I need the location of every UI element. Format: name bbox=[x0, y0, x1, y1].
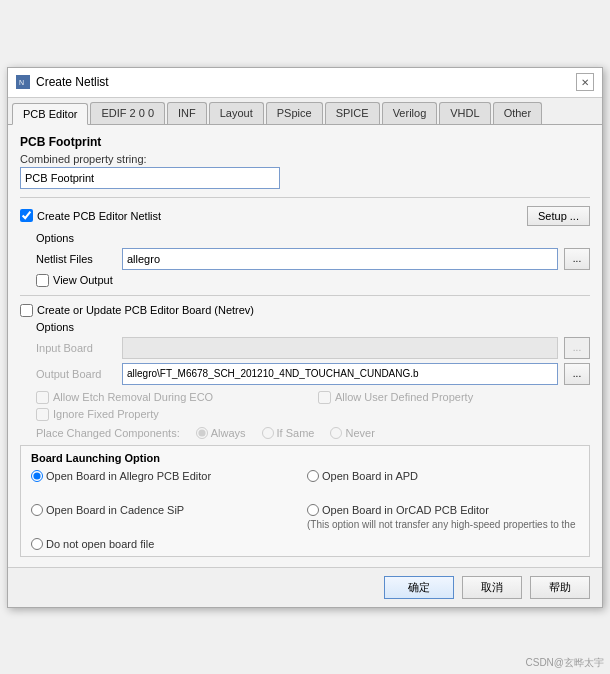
pcb-footprint-title: PCB Footprint bbox=[20, 135, 590, 149]
close-button[interactable]: ✕ bbox=[576, 73, 594, 91]
radio-always-label: Always bbox=[196, 427, 246, 439]
watermark: CSDN@玄晔太宇 bbox=[526, 656, 605, 670]
netlist-files-label: Netlist Files bbox=[36, 253, 116, 265]
tab-vhdl[interactable]: VHDL bbox=[439, 102, 490, 124]
radio-no-open-text: Do not open board file bbox=[46, 538, 154, 550]
ignore-fixed-label: Ignore Fixed Property bbox=[53, 408, 159, 420]
tab-pcb-editor[interactable]: PCB Editor bbox=[12, 103, 88, 125]
orcad-note: (This option will not transfer any high-… bbox=[307, 518, 579, 531]
radio-never bbox=[330, 427, 342, 439]
tab-spice[interactable]: SPICE bbox=[325, 102, 380, 124]
radio-apd-label[interactable]: Open Board in APD bbox=[307, 470, 579, 482]
radio-no-open-label[interactable]: Do not open board file bbox=[31, 538, 303, 550]
title-bar: N Create Netlist ✕ bbox=[8, 68, 602, 98]
create-update-checkbox-label[interactable]: Create or Update PCB Editor Board (Netre… bbox=[20, 304, 590, 317]
allow-user-checkbox bbox=[318, 391, 331, 404]
input-board-label: Input Board bbox=[36, 342, 116, 354]
output-board-browse-button[interactable]: ... bbox=[564, 363, 590, 385]
create-update-label: Create or Update PCB Editor Board (Netre… bbox=[37, 304, 254, 316]
allow-user-checkbox-label: Allow User Defined Property bbox=[318, 391, 590, 404]
tab-content: PCB Footprint Combined property string: … bbox=[8, 125, 602, 567]
dialog-icon: N bbox=[16, 75, 30, 89]
view-output-label: View Output bbox=[53, 274, 113, 286]
allow-user-label: Allow User Defined Property bbox=[335, 391, 473, 403]
svg-text:N: N bbox=[19, 79, 24, 86]
create-netlist-checkbox[interactable] bbox=[20, 209, 33, 222]
netlist-files-input[interactable] bbox=[122, 248, 558, 270]
allow-etch-checkbox bbox=[36, 391, 49, 404]
tab-other[interactable]: Other bbox=[493, 102, 543, 124]
dialog-title: Create Netlist bbox=[36, 75, 109, 89]
radio-never-text: Never bbox=[345, 427, 374, 439]
input-board-input bbox=[122, 337, 558, 359]
options-label: Options bbox=[36, 232, 590, 244]
view-output-checkbox-label[interactable]: View Output bbox=[36, 274, 590, 287]
board-options-label: Options bbox=[36, 321, 590, 333]
netlist-files-browse-button[interactable]: ... bbox=[564, 248, 590, 270]
ignore-fixed-checkbox bbox=[36, 408, 49, 421]
radio-apd[interactable] bbox=[307, 470, 319, 482]
options-section: Options Netlist Files ... View Output bbox=[36, 232, 590, 287]
tab-layout[interactable]: Layout bbox=[209, 102, 264, 124]
radio-orcad[interactable] bbox=[307, 504, 319, 516]
options-checkboxes: Allow Etch Removal During ECO Allow User… bbox=[36, 391, 590, 421]
radio-allegro-label[interactable]: Open Board in Allegro PCB Editor bbox=[31, 470, 303, 482]
setup-button[interactable]: Setup ... bbox=[527, 206, 590, 226]
allow-etch-label: Allow Etch Removal During ECO bbox=[53, 391, 213, 403]
tab-bar: PCB Editor EDIF 2 0 0 INF Layout PSpice … bbox=[8, 98, 602, 125]
radio-ifsame-label: If Same bbox=[262, 427, 315, 439]
radio-apd-text: Open Board in APD bbox=[322, 470, 418, 482]
tab-edif200[interactable]: EDIF 2 0 0 bbox=[90, 102, 165, 124]
create-update-checkbox[interactable] bbox=[20, 304, 33, 317]
tab-verilog[interactable]: Verilog bbox=[382, 102, 438, 124]
board-options-section: Options Input Board ... Output Board ...… bbox=[36, 321, 590, 439]
radio-always-text: Always bbox=[211, 427, 246, 439]
ok-button[interactable]: 确定 bbox=[384, 576, 454, 599]
board-col-left: Open Board in Allegro PCB Editor Open Bo… bbox=[31, 470, 303, 550]
create-netlist-dialog: N Create Netlist ✕ PCB Editor EDIF 2 0 0… bbox=[7, 67, 603, 608]
view-output-checkbox[interactable] bbox=[36, 274, 49, 287]
radio-never-label: Never bbox=[330, 427, 374, 439]
bottom-bar: 确定 取消 帮助 bbox=[8, 567, 602, 607]
cancel-button[interactable]: 取消 bbox=[462, 576, 522, 599]
tab-pspice[interactable]: PSpice bbox=[266, 102, 323, 124]
board-launching-title: Board Launching Option bbox=[31, 452, 579, 464]
radio-cadence-sip[interactable] bbox=[31, 504, 43, 516]
tab-inf[interactable]: INF bbox=[167, 102, 207, 124]
output-board-label: Output Board bbox=[36, 368, 116, 380]
radio-ifsame-text: If Same bbox=[277, 427, 315, 439]
place-changed-label: Place Changed Components: bbox=[36, 427, 180, 439]
radio-no-open[interactable] bbox=[31, 538, 43, 550]
help-button[interactable]: 帮助 bbox=[530, 576, 590, 599]
create-netlist-checkbox-label[interactable]: Create PCB Editor Netlist bbox=[20, 209, 161, 222]
place-changed-row: Place Changed Components: Always If Same… bbox=[36, 427, 590, 439]
combined-property-input[interactable] bbox=[20, 167, 280, 189]
radio-allegro-text: Open Board in Allegro PCB Editor bbox=[46, 470, 211, 482]
board-launching-options: Open Board in Allegro PCB Editor Open Bo… bbox=[31, 470, 579, 550]
radio-ifsame bbox=[262, 427, 274, 439]
title-bar-left: N Create Netlist bbox=[16, 75, 109, 89]
ignore-fixed-checkbox-label: Ignore Fixed Property bbox=[36, 408, 308, 421]
radio-cadence-sip-text: Open Board in Cadence SiP bbox=[46, 504, 184, 516]
radio-always bbox=[196, 427, 208, 439]
radio-orcad-text: Open Board in OrCAD PCB Editor bbox=[322, 504, 489, 516]
radio-allegro[interactable] bbox=[31, 470, 43, 482]
create-netlist-label: Create PCB Editor Netlist bbox=[37, 210, 161, 222]
board-col-right: Open Board in APD Open Board in OrCAD PC… bbox=[307, 470, 579, 550]
radio-cadence-sip-label[interactable]: Open Board in Cadence SiP bbox=[31, 504, 303, 516]
combined-property-label: Combined property string: bbox=[20, 153, 590, 165]
input-board-browse-button: ... bbox=[564, 337, 590, 359]
radio-orcad-label[interactable]: Open Board in OrCAD PCB Editor bbox=[307, 504, 579, 516]
board-launching-section: Board Launching Option Open Board in All… bbox=[20, 445, 590, 557]
allow-etch-checkbox-label: Allow Etch Removal During ECO bbox=[36, 391, 308, 404]
output-board-input[interactable] bbox=[122, 363, 558, 385]
